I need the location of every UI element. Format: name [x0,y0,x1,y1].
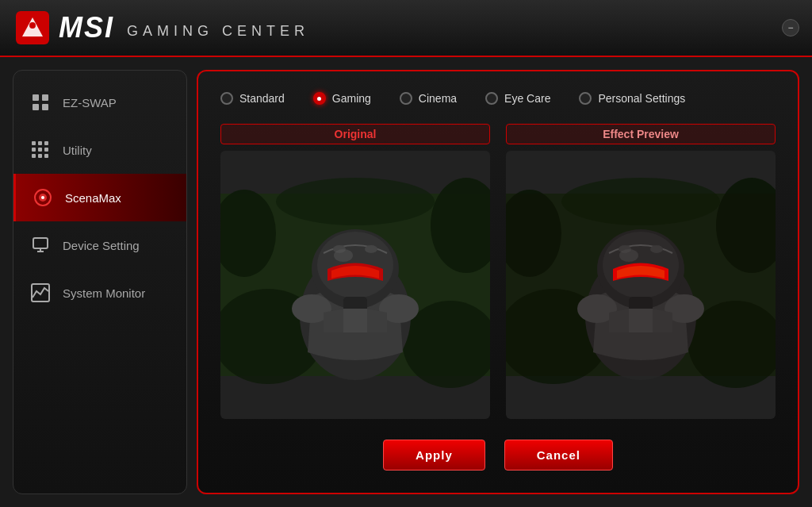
main-container: EZ-SWAP Utility [0,57,812,507]
svg-rect-50 [506,194,776,376]
device-setting-icon [29,234,52,256]
svg-rect-7 [38,141,42,145]
svg-rect-9 [32,148,36,152]
svg-rect-6 [32,141,36,145]
cancel-button[interactable]: Cancel [504,440,613,471]
mode-personal-label: Personal Settings [598,92,685,105]
header: msi GAMING CENTER − [0,0,812,57]
radio-cinema[interactable] [400,92,412,105]
svg-rect-18 [33,238,48,248]
mode-cinema-label: Cinema [419,92,457,105]
minimize-button[interactable]: − [782,19,799,36]
svg-rect-5 [42,104,48,110]
svg-rect-13 [38,154,42,158]
system-monitor-label: System Monitor [63,286,145,300]
mode-standard[interactable]: Standard [220,92,285,105]
button-row: Apply Cancel [220,433,776,477]
sidebar-item-scenamax[interactable]: ScenaMax [13,174,186,221]
mode-gaming[interactable]: Gaming [313,92,371,105]
scenamax-label: ScenaMax [65,191,121,205]
svg-rect-19 [32,284,49,302]
svg-rect-12 [32,154,36,158]
app-title: GAMING CENTER [127,23,309,44]
svg-rect-4 [33,104,39,110]
svg-rect-3 [42,94,48,101]
radio-eye-care[interactable] [485,92,498,105]
scenamax-icon [32,186,54,209]
sidebar-item-utility[interactable]: Utility [13,126,186,174]
device-setting-label: Device Setting [63,239,140,252]
system-monitor-icon [29,282,52,304]
svg-point-23 [276,178,435,225]
svg-rect-11 [44,148,48,152]
mode-personal[interactable]: Personal Settings [579,92,685,105]
msi-logo-text: msi [59,11,114,44]
content-area: Standard Gaming Cinema Eye Care Personal… [197,70,799,494]
original-label: Original [220,124,490,144]
svg-rect-14 [44,154,48,158]
svg-rect-10 [38,148,42,152]
svg-point-34 [334,249,353,262]
effect-panel: Effect Preview [506,124,776,419]
original-image [220,151,490,419]
preview-section: Original [220,124,776,419]
radio-standard[interactable] [220,92,233,105]
effect-image [506,151,776,419]
sidebar: EZ-SWAP Utility [13,70,187,494]
mode-eye-care[interactable]: Eye Care [485,92,550,105]
sidebar-item-device-setting[interactable]: Device Setting [13,221,186,269]
ez-swap-label: EZ-SWAP [63,96,117,109]
radio-gaming[interactable] [313,92,326,105]
mode-cinema[interactable]: Cinema [400,92,457,105]
svg-point-17 [41,196,44,199]
mode-eye-care-label: Eye Care [504,92,550,105]
msi-dragon-icon [16,11,49,44]
mode-gaming-label: Gaming [332,92,371,105]
svg-point-1 [29,22,36,29]
ez-swap-icon [29,91,52,113]
effect-label: Effect Preview [506,124,776,144]
svg-point-30 [365,245,377,253]
svg-rect-8 [44,141,48,145]
sidebar-item-system-monitor[interactable]: System Monitor [13,269,186,317]
mode-standard-label: Standard [239,92,285,105]
utility-label: Utility [63,144,92,157]
apply-button[interactable]: Apply [383,440,485,471]
mode-selector: Standard Gaming Cinema Eye Care Personal… [220,87,776,109]
utility-icon [29,139,52,161]
original-panel: Original [220,124,490,419]
sidebar-item-ez-swap[interactable]: EZ-SWAP [13,79,186,126]
logo: msi GAMING CENTER [16,11,309,44]
svg-rect-2 [33,94,39,101]
radio-personal[interactable] [579,92,592,105]
